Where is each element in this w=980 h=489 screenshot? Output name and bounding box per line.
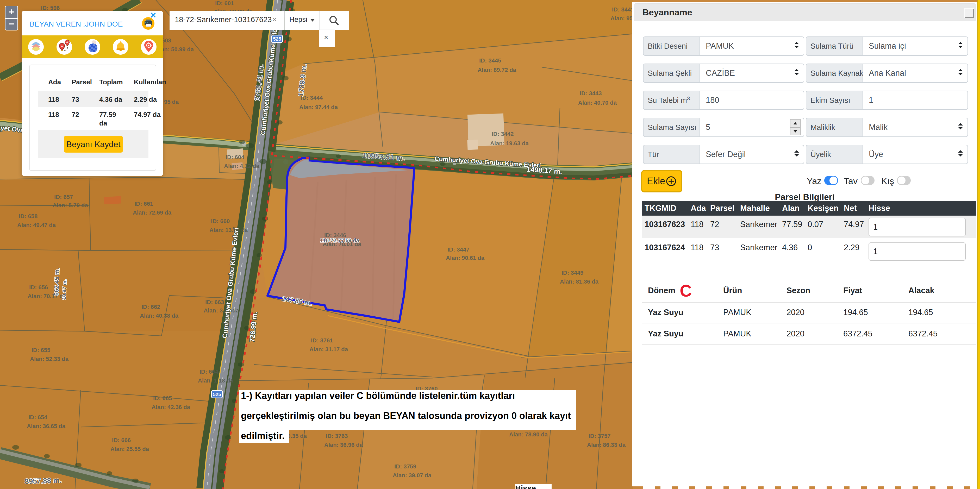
svg-text:Alan: 40.38 da: Alan: 40.38 da [140,313,179,319]
svg-text:ID: 596: ID: 596 [41,5,60,11]
svg-text:ID: 3757: ID: 3757 [589,433,611,439]
svg-text:ID: 664: ID: 664 [199,368,218,375]
svg-text:118-72-77.59 da: 118-72-77.59 da [320,237,359,243]
svg-text:8957.88 m.: 8957.88 m. [24,476,62,486]
svg-text:ID: 3443: ID: 3443 [580,90,601,97]
svg-text:ID: 665: ID: 665 [153,395,172,402]
svg-text:Alan: 72.69 da: Alan: 72.69 da [133,210,172,216]
svg-text:ID: 657: ID: 657 [54,194,73,200]
svg-text:Alan: 86.33 da: Alan: 86.33 da [587,441,626,448]
svg-text:ID: 654: ID: 654 [29,414,48,421]
svg-text:Alan: 36.65 da: Alan: 36.65 da [27,423,66,429]
svg-text:95 da: 95 da [164,99,179,105]
svg-text:10.97 m.: 10.97 m. [61,279,68,300]
svg-text:ID: 604: ID: 604 [226,154,245,160]
svg-text:ID: 3761: ID: 3761 [311,337,333,344]
svg-text:ID: 601: ID: 601 [215,0,234,6]
svg-text:Alan: 40.70 da: Alan: 40.70 da [578,100,617,106]
svg-text:ID: 3441: ID: 3441 [612,6,634,13]
svg-text:Alan: 97.44 da: Alan: 97.44 da [299,104,338,110]
svg-text:ID: 661: ID: 661 [134,200,153,207]
svg-text:Alan: 25.55 da: Alan: 25.55 da [110,446,149,452]
svg-text:Alan: 3.30 da: Alan: 3.30 da [204,307,239,314]
svg-text:ID: 3442: ID: 3442 [492,131,514,137]
svg-text:ID: 656: ID: 656 [29,284,48,291]
svg-text:Alan: 19.63 da: Alan: 19.63 da [490,140,529,147]
svg-text:525: 525 [213,392,221,397]
svg-text:Alan: 1.18 da: Alan: 1.18 da [198,377,233,384]
svg-text:ID: 666: ID: 666 [112,437,131,443]
svg-text:Alan: 70.17 da: Alan: 70.17 da [28,293,67,299]
svg-text:ID: 663: ID: 663 [205,299,224,305]
svg-text:Alan: 5.79 da: Alan: 5.79 da [52,202,88,209]
svg-text:Alan: 39.07 da: Alan: 39.07 da [393,472,431,479]
svg-text:525: 525 [273,36,281,42]
svg-text:Alan: 90.61 da: Alan: 90.61 da [446,255,485,261]
svg-text:ID: 662: ID: 662 [142,303,160,310]
svg-text:Alan: 89.72 da: Alan: 89.72 da [477,67,516,73]
svg-text:ID: 655: ID: 655 [32,347,50,353]
svg-text:ID: 658: ID: 658 [19,213,38,219]
svg-text:ID: 3759: ID: 3759 [394,463,416,470]
svg-text:ID: 660: ID: 660 [211,218,230,224]
svg-text:Alan: 42.36 da: Alan: 42.36 da [151,404,190,410]
svg-text:Alan: 52.33 da: Alan: 52.33 da [30,356,69,362]
svg-text:662.45 m.: 662.45 m. [52,267,61,296]
svg-text:Alan: 49.47 da: Alan: 49.47 da [17,222,56,229]
svg-text:ID: 3445: ID: 3445 [479,57,501,64]
svg-text:ID: 3447: ID: 3447 [447,246,469,253]
svg-text:Alan: 31.17 da: Alan: 31.17 da [309,346,348,352]
svg-text:Alan: 81.36 da: Alan: 81.36 da [560,278,599,285]
svg-text:Alan: 13.00 da: Alan: 13.00 da [209,227,248,233]
svg-text:ID: 3449: ID: 3449 [562,270,583,276]
svg-text:Alan: 4.12 da: Alan: 4.12 da [224,163,259,169]
